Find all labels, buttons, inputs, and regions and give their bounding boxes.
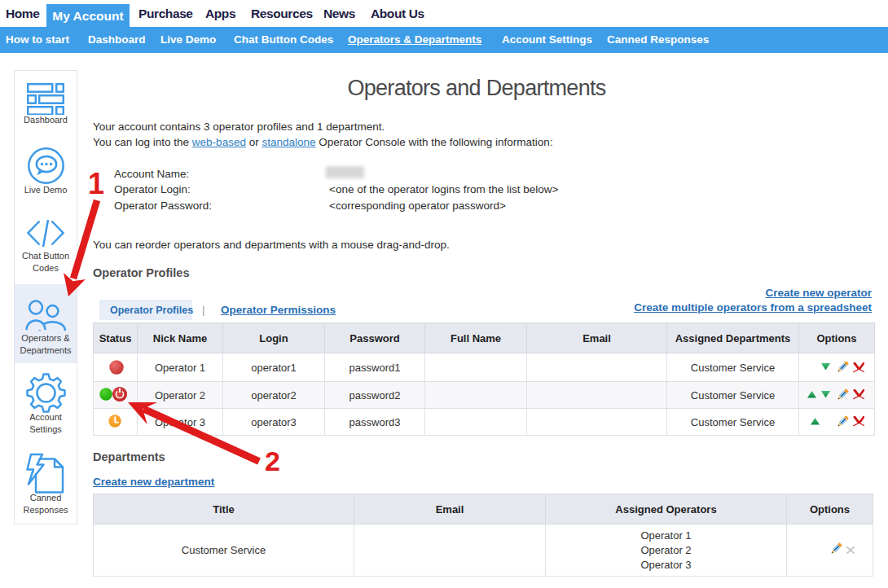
svg-text:1: 1 [88, 167, 104, 200]
svg-text:2: 2 [265, 445, 280, 476]
